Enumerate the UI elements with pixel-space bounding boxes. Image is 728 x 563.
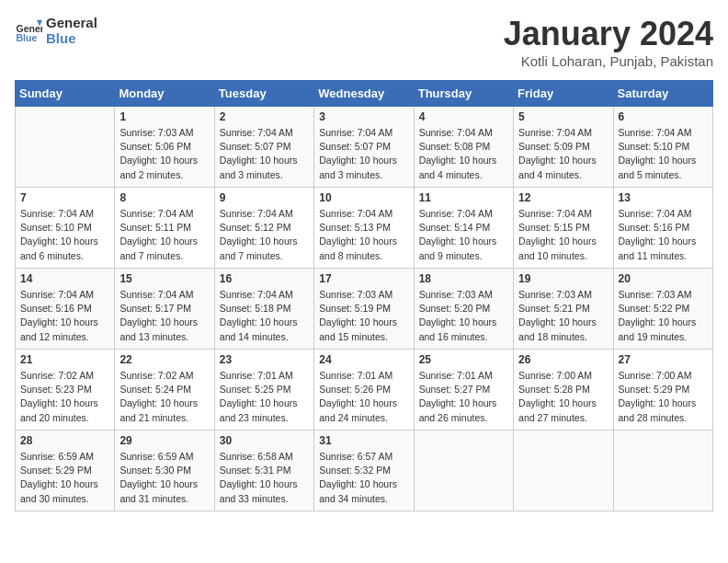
- day-number: 4: [419, 110, 508, 123]
- day-info: Sunrise: 7:01 AMSunset: 5:26 PMDaylight:…: [319, 369, 408, 425]
- calendar-cell: 26Sunrise: 7:00 AMSunset: 5:28 PMDayligh…: [514, 350, 613, 431]
- day-info: Sunrise: 6:57 AMSunset: 5:32 PMDaylight:…: [319, 450, 408, 506]
- day-number: 14: [20, 272, 109, 285]
- calendar-cell: 22Sunrise: 7:02 AMSunset: 5:24 PMDayligh…: [115, 350, 214, 431]
- weekday-header-saturday: Saturday: [613, 81, 712, 107]
- logo-text-line1: General: [46, 15, 97, 30]
- day-info: Sunrise: 7:03 AMSunset: 5:06 PMDaylight:…: [119, 126, 209, 182]
- day-info: Sunrise: 7:04 AMSunset: 5:10 PMDaylight:…: [20, 207, 109, 263]
- day-info: Sunrise: 7:04 AMSunset: 5:07 PMDaylight:…: [319, 126, 408, 182]
- calendar-cell: 30Sunrise: 6:58 AMSunset: 5:31 PMDayligh…: [214, 431, 313, 511]
- day-number: 24: [319, 353, 408, 366]
- calendar-cell: 31Sunrise: 6:57 AMSunset: 5:32 PMDayligh…: [314, 431, 414, 511]
- day-info: Sunrise: 7:04 AMSunset: 5:14 PMDaylight:…: [419, 207, 508, 263]
- calendar-cell: [613, 431, 712, 511]
- calendar-cell: 4Sunrise: 7:04 AMSunset: 5:08 PMDaylight…: [414, 107, 513, 188]
- day-info: Sunrise: 7:02 AMSunset: 5:24 PMDaylight:…: [119, 369, 209, 425]
- calendar-cell: 28Sunrise: 6:59 AMSunset: 5:29 PMDayligh…: [16, 431, 115, 511]
- day-number: 5: [518, 110, 608, 123]
- day-info: Sunrise: 7:01 AMSunset: 5:25 PMDaylight:…: [220, 369, 309, 425]
- day-info: Sunrise: 7:02 AMSunset: 5:23 PMDaylight:…: [20, 369, 109, 425]
- calendar-cell: [514, 431, 613, 511]
- day-info: Sunrise: 7:03 AMSunset: 5:22 PMDaylight:…: [619, 288, 708, 344]
- weekday-header-sunday: Sunday: [16, 81, 115, 107]
- calendar-cell: 24Sunrise: 7:01 AMSunset: 5:26 PMDayligh…: [314, 350, 414, 431]
- calendar-cell: 20Sunrise: 7:03 AMSunset: 5:22 PMDayligh…: [613, 269, 712, 350]
- week-row-4: 21Sunrise: 7:02 AMSunset: 5:23 PMDayligh…: [16, 350, 713, 431]
- day-info: Sunrise: 6:58 AMSunset: 5:31 PMDaylight:…: [220, 450, 309, 506]
- day-info: Sunrise: 7:04 AMSunset: 5:15 PMDaylight:…: [518, 207, 608, 263]
- calendar-cell: 21Sunrise: 7:02 AMSunset: 5:23 PMDayligh…: [16, 350, 115, 431]
- calendar-cell: 12Sunrise: 7:04 AMSunset: 5:15 PMDayligh…: [514, 188, 613, 269]
- weekday-header-thursday: Thursday: [414, 81, 513, 107]
- weekday-header-monday: Monday: [115, 81, 214, 107]
- day-info: Sunrise: 6:59 AMSunset: 5:29 PMDaylight:…: [20, 450, 109, 506]
- day-info: Sunrise: 6:59 AMSunset: 5:30 PMDaylight:…: [119, 450, 209, 506]
- calendar-cell: 1Sunrise: 7:03 AMSunset: 5:06 PMDaylight…: [115, 107, 214, 188]
- day-info: Sunrise: 7:03 AMSunset: 5:20 PMDaylight:…: [419, 288, 508, 344]
- day-number: 11: [419, 191, 508, 204]
- day-number: 28: [20, 434, 109, 447]
- calendar-cell: 10Sunrise: 7:04 AMSunset: 5:13 PMDayligh…: [314, 188, 414, 269]
- day-number: 2: [220, 110, 309, 123]
- calendar-cell: 16Sunrise: 7:04 AMSunset: 5:18 PMDayligh…: [214, 269, 313, 350]
- day-info: Sunrise: 7:04 AMSunset: 5:09 PMDaylight:…: [518, 126, 608, 182]
- day-info: Sunrise: 7:01 AMSunset: 5:27 PMDaylight:…: [419, 369, 508, 425]
- day-number: 27: [619, 353, 708, 366]
- calendar-cell: 19Sunrise: 7:03 AMSunset: 5:21 PMDayligh…: [514, 269, 613, 350]
- day-info: Sunrise: 7:04 AMSunset: 5:12 PMDaylight:…: [220, 207, 309, 263]
- calendar-cell: 15Sunrise: 7:04 AMSunset: 5:17 PMDayligh…: [115, 269, 214, 350]
- calendar-cell: 5Sunrise: 7:04 AMSunset: 5:09 PMDaylight…: [514, 107, 613, 188]
- logo-text-line2: Blue: [46, 30, 97, 46]
- logo-icon: General Blue: [15, 17, 42, 44]
- calendar-cell: [16, 107, 115, 188]
- day-number: 15: [119, 272, 209, 285]
- day-number: 17: [319, 272, 408, 285]
- day-number: 26: [518, 353, 608, 366]
- calendar-cell: 18Sunrise: 7:03 AMSunset: 5:20 PMDayligh…: [414, 269, 513, 350]
- day-info: Sunrise: 7:04 AMSunset: 5:10 PMDaylight:…: [619, 126, 708, 182]
- calendar-cell: 14Sunrise: 7:04 AMSunset: 5:16 PMDayligh…: [16, 269, 115, 350]
- calendar-cell: 11Sunrise: 7:04 AMSunset: 5:14 PMDayligh…: [414, 188, 513, 269]
- day-info: Sunrise: 7:03 AMSunset: 5:21 PMDaylight:…: [518, 288, 608, 344]
- day-number: 23: [220, 353, 309, 366]
- day-number: 8: [119, 191, 209, 204]
- day-number: 30: [220, 434, 309, 447]
- day-number: 3: [319, 110, 408, 123]
- day-number: 7: [20, 191, 109, 204]
- calendar-cell: 7Sunrise: 7:04 AMSunset: 5:10 PMDaylight…: [16, 188, 115, 269]
- day-number: 22: [119, 353, 209, 366]
- day-number: 18: [419, 272, 508, 285]
- day-number: 6: [619, 110, 708, 123]
- day-number: 31: [319, 434, 408, 447]
- day-info: Sunrise: 7:04 AMSunset: 5:11 PMDaylight:…: [119, 207, 209, 263]
- day-info: Sunrise: 7:04 AMSunset: 5:13 PMDaylight:…: [319, 207, 408, 263]
- week-row-1: 1Sunrise: 7:03 AMSunset: 5:06 PMDaylight…: [16, 107, 713, 188]
- week-row-5: 28Sunrise: 6:59 AMSunset: 5:29 PMDayligh…: [16, 431, 713, 511]
- day-number: 1: [119, 110, 209, 123]
- calendar-cell: 8Sunrise: 7:04 AMSunset: 5:11 PMDaylight…: [115, 188, 214, 269]
- day-info: Sunrise: 7:04 AMSunset: 5:16 PMDaylight:…: [619, 207, 708, 263]
- weekday-header-friday: Friday: [514, 81, 613, 107]
- calendar-cell: 23Sunrise: 7:01 AMSunset: 5:25 PMDayligh…: [214, 350, 313, 431]
- day-info: Sunrise: 7:04 AMSunset: 5:16 PMDaylight:…: [20, 288, 109, 344]
- weekday-header-wednesday: Wednesday: [314, 81, 414, 107]
- calendar-cell: 9Sunrise: 7:04 AMSunset: 5:12 PMDaylight…: [214, 188, 313, 269]
- week-row-3: 14Sunrise: 7:04 AMSunset: 5:16 PMDayligh…: [16, 269, 713, 350]
- day-number: 19: [518, 272, 608, 285]
- day-info: Sunrise: 7:04 AMSunset: 5:08 PMDaylight:…: [419, 126, 508, 182]
- weekday-header-tuesday: Tuesday: [214, 81, 313, 107]
- location-title: Kotli Loharan, Punjab, Pakistan: [504, 53, 713, 69]
- calendar-cell: 25Sunrise: 7:01 AMSunset: 5:27 PMDayligh…: [414, 350, 513, 431]
- calendar-table: SundayMondayTuesdayWednesdayThursdayFrid…: [15, 80, 713, 511]
- day-number: 25: [419, 353, 508, 366]
- logo: General Blue General Blue: [15, 15, 97, 46]
- day-number: 21: [20, 353, 109, 366]
- calendar-cell: [414, 431, 513, 511]
- weekday-header-row: SundayMondayTuesdayWednesdayThursdayFrid…: [16, 81, 713, 107]
- month-title: January 2024: [504, 15, 713, 53]
- day-info: Sunrise: 7:03 AMSunset: 5:19 PMDaylight:…: [319, 288, 408, 344]
- calendar-cell: 17Sunrise: 7:03 AMSunset: 5:19 PMDayligh…: [314, 269, 414, 350]
- week-row-2: 7Sunrise: 7:04 AMSunset: 5:10 PMDaylight…: [16, 188, 713, 269]
- day-info: Sunrise: 7:00 AMSunset: 5:28 PMDaylight:…: [518, 369, 608, 425]
